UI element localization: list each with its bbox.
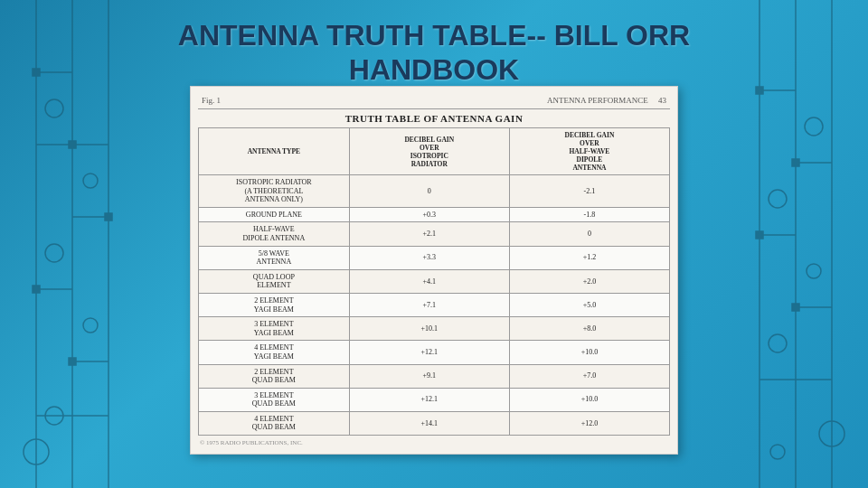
svg-point-14 <box>45 99 63 117</box>
table-row: GROUND PLANE+0.3-1.8 <box>199 207 670 222</box>
table-row: 3 ELEMENTYAGI BEAM+10.1+8.0 <box>199 317 670 341</box>
title-line1: ANTENNA TRUTH TABLE-- BILL ORR <box>0 18 868 52</box>
table-header-bar: Fig. 1 ANTENNA PERFORMANCE 43 <box>198 94 670 109</box>
svg-rect-10 <box>69 141 76 148</box>
cell-db-dipole: +10.0 <box>509 388 669 411</box>
cell-db-iso: +12.1 <box>349 341 509 364</box>
cell-antenna-type: 4 ELEMENTQUAD BEAM <box>199 411 350 435</box>
cell-db-iso: +10.1 <box>349 317 509 341</box>
cell-antenna-type: 3 ELEMENTYAGI BEAM <box>199 317 350 341</box>
table-row: 2 ELEMENTYAGI BEAM+7.1+5.0 <box>199 293 670 316</box>
svg-point-37 <box>770 445 785 459</box>
table-body: ISOTROPIC RADIATOR(A THEORETICALANTENNA … <box>199 175 670 436</box>
svg-point-15 <box>45 244 63 262</box>
table-row: 3 ELEMENTQUAD BEAM+12.1+10.0 <box>199 388 670 411</box>
cell-antenna-type: HALF-WAVEDIPOLE ANTENNA <box>199 222 350 246</box>
cell-db-dipole: +7.0 <box>509 364 669 388</box>
svg-point-18 <box>83 318 98 333</box>
svg-rect-30 <box>756 231 763 239</box>
table-container: Fig. 1 ANTENNA PERFORMANCE 43 TRUTH TABL… <box>190 86 678 455</box>
cell-db-dipole: +8.0 <box>509 317 669 341</box>
table-row: 4 ELEMENTQUAD BEAM+14.1+12.0 <box>199 411 670 435</box>
antenna-table: ANTENNA TYPE DECIBEL GAINOVERISOTROPICRA… <box>198 127 670 436</box>
table-header-row: ANTENNA TYPE DECIBEL GAINOVERISOTROPICRA… <box>199 128 670 175</box>
svg-rect-11 <box>105 213 112 221</box>
svg-rect-13 <box>69 358 76 365</box>
svg-point-32 <box>805 117 823 136</box>
cell-antenna-type: 5/8 WAVEANTENNA <box>199 246 350 269</box>
cell-db-dipole: -2.1 <box>509 175 669 208</box>
cell-db-iso: +9.1 <box>349 364 509 388</box>
table-row: QUAD LOOPELEMENT+4.1+2.0 <box>199 269 670 293</box>
title-line2: HANDBOOK <box>0 52 868 87</box>
cell-antenna-type: 3 ELEMENTQUAD BEAM <box>199 388 350 411</box>
cell-db-dipole: +12.0 <box>509 411 669 435</box>
svg-rect-29 <box>792 159 799 166</box>
cell-db-dipole: +10.0 <box>509 341 669 364</box>
cell-antenna-type: 4 ELEMENTYAGI BEAM <box>199 341 350 364</box>
svg-point-35 <box>769 334 787 352</box>
svg-point-33 <box>769 190 787 208</box>
table-row: 5/8 WAVEANTENNA+3.3+1.2 <box>199 246 670 269</box>
cell-db-dipole: +5.0 <box>509 293 669 316</box>
cell-db-dipole: 0 <box>509 222 669 246</box>
cell-antenna-type: 2 ELEMENTQUAD BEAM <box>199 364 350 388</box>
cell-antenna-type: ISOTROPIC RADIATOR(A THEORETICALANTENNA … <box>199 175 350 208</box>
cell-db-iso: +2.1 <box>349 222 509 246</box>
table-row: ISOTROPIC RADIATOR(A THEORETICALANTENNA … <box>199 175 670 208</box>
table-row: 2 ELEMENTQUAD BEAM+9.1+7.0 <box>199 364 670 388</box>
svg-rect-31 <box>792 304 799 311</box>
col-header-antenna: ANTENNA TYPE <box>199 128 350 175</box>
cell-antenna-type: 2 ELEMENTYAGI BEAM <box>199 293 350 316</box>
cell-db-iso: +3.3 <box>349 246 509 269</box>
copyright-text: © 1975 RADIO PUBLICATIONS, INC. <box>198 439 670 446</box>
table-row: 4 ELEMENTYAGI BEAM+12.1+10.0 <box>199 341 670 364</box>
page-title: ANTENNA TRUTH TABLE-- BILL ORR HANDBOOK <box>0 18 868 88</box>
cell-db-iso: +12.1 <box>349 388 509 411</box>
table-row: HALF-WAVEDIPOLE ANTENNA+2.10 <box>199 222 670 246</box>
cell-db-dipole: +2.0 <box>509 269 669 293</box>
cell-db-dipole: -1.8 <box>509 207 669 222</box>
cell-db-iso: +4.1 <box>349 269 509 293</box>
svg-point-17 <box>83 174 98 188</box>
cell-db-iso: +0.3 <box>349 207 509 222</box>
truth-table-title: TRUTH TABLE OF ANTENNA GAIN <box>198 113 670 124</box>
svg-rect-28 <box>756 87 763 94</box>
antenna-performance-label: ANTENNA PERFORMANCE 43 <box>547 96 666 105</box>
col-header-db-iso: DECIBEL GAINOVERISOTROPICRADIATOR <box>349 128 509 175</box>
cell-db-dipole: +1.2 <box>509 246 669 269</box>
cell-db-iso: +14.1 <box>349 411 509 435</box>
cell-antenna-type: QUAD LOOPELEMENT <box>199 269 350 293</box>
svg-rect-12 <box>33 286 40 293</box>
fig-label: Fig. 1 <box>202 96 221 105</box>
cell-db-iso: +7.1 <box>349 293 509 316</box>
cell-antenna-type: GROUND PLANE <box>199 207 350 222</box>
col-header-db-dipole: DECIBEL GAINOVERHALF-WAVEDIPOLEANTENNA <box>509 128 669 175</box>
svg-point-34 <box>807 264 821 278</box>
cell-db-iso: 0 <box>349 175 509 208</box>
